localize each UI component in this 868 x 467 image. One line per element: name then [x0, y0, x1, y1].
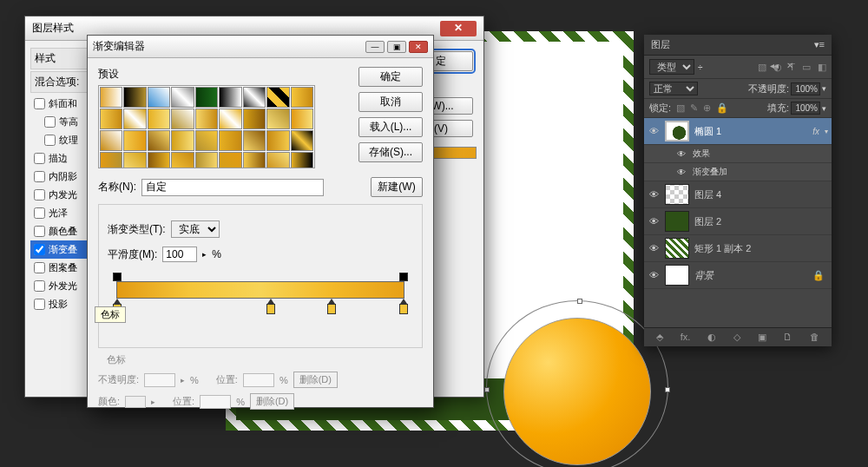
preset-swatch[interactable]	[100, 87, 122, 108]
anchor-left[interactable]	[484, 387, 490, 392]
visibility-toggle-icon[interactable]: 👁	[648, 189, 660, 200]
style-checkbox[interactable]	[34, 244, 45, 255]
maximize-icon[interactable]: ▣	[387, 41, 406, 53]
preset-swatch[interactable]	[171, 130, 194, 151]
preset-swatch[interactable]	[171, 152, 194, 168]
new-layer-icon[interactable]: 🗋	[783, 332, 792, 343]
layer-thumbnail[interactable]	[665, 184, 689, 205]
gradient-bar[interactable]	[108, 274, 413, 312]
preset-swatch[interactable]	[100, 130, 122, 151]
style-checkbox[interactable]	[44, 116, 56, 128]
style-checkbox[interactable]	[34, 98, 45, 109]
opacity-input[interactable]	[791, 82, 820, 95]
preset-swatch[interactable]	[148, 109, 170, 129]
panel-menu-icon[interactable]: ▾≡	[814, 39, 825, 50]
preset-swatch[interactable]	[148, 87, 170, 108]
anchor-right[interactable]	[665, 387, 670, 392]
preset-swatch[interactable]	[243, 109, 266, 129]
preset-swatch[interactable]	[266, 152, 289, 168]
gradient-type-select[interactable]: 实底	[171, 220, 220, 238]
preset-swatch[interactable]	[195, 130, 218, 151]
preset-swatch[interactable]	[123, 152, 146, 168]
close-icon[interactable]: ✕	[440, 21, 477, 36]
lock-icons[interactable]: ▧ ✎ ⊕ 🔒	[676, 102, 728, 114]
blend-mode-select[interactable]: 正常	[649, 82, 698, 95]
preset-swatch[interactable]	[148, 130, 170, 151]
preset-swatch[interactable]	[171, 109, 194, 129]
delete-layer-icon[interactable]: 🗑	[810, 332, 819, 343]
flyout-icon[interactable]: ▸	[202, 250, 207, 259]
preset-swatch[interactable]	[243, 87, 266, 108]
preset-swatch[interactable]	[266, 130, 289, 151]
style-checkbox[interactable]	[34, 153, 45, 164]
preset-swatch[interactable]	[266, 87, 289, 108]
save-button[interactable]: 存储(S)...	[358, 142, 423, 162]
color-stop-2[interactable]	[266, 304, 275, 314]
layer-row[interactable]: 👁 椭圆 1 fx▾	[644, 118, 832, 145]
preset-swatch[interactable]	[243, 130, 266, 151]
group-icon[interactable]: ▣	[758, 332, 766, 343]
preset-swatch[interactable]	[171, 87, 194, 108]
link-layers-icon[interactable]: ⬘	[656, 332, 663, 343]
layer-name[interactable]: 背景	[694, 269, 807, 282]
layer-row[interactable]: 👁 背景 🔒	[644, 262, 832, 289]
cancel-button[interactable]: 取消	[358, 92, 423, 112]
layer-row[interactable]: 👁 矩形 1 副本 2	[644, 235, 832, 262]
preset-swatch[interactable]	[123, 130, 146, 151]
layer-thumbnail[interactable]	[665, 265, 689, 286]
layer-thumbnail[interactable]	[665, 121, 689, 141]
layer-thumbnail[interactable]	[665, 211, 689, 232]
filter-kind-select[interactable]: 类型	[649, 59, 694, 75]
layer-name[interactable]: 矩形 1 副本 2	[694, 242, 828, 255]
layer-effect-item[interactable]: 👁渐变叠加	[644, 163, 832, 181]
preset-swatch[interactable]	[195, 152, 218, 168]
visibility-toggle-icon[interactable]: 👁	[648, 126, 660, 136]
opacity-flyout-icon[interactable]: ▾	[822, 84, 826, 93]
load-button[interactable]: 载入(L)...	[358, 117, 423, 137]
style-checkbox[interactable]	[34, 280, 45, 292]
preset-swatch[interactable]	[219, 109, 241, 129]
layer-effect-item[interactable]: 👁效果	[644, 145, 832, 163]
ok-button[interactable]: 确定	[358, 67, 423, 87]
preset-swatch[interactable]	[148, 152, 170, 168]
preset-swatch[interactable]	[219, 87, 241, 108]
visibility-toggle-icon[interactable]: 👁	[675, 149, 687, 159]
smoothness-input[interactable]	[162, 247, 197, 262]
panel-tab[interactable]: 图层 ▾≡	[644, 35, 832, 56]
fx-badge[interactable]: fx	[812, 127, 819, 136]
preset-swatch[interactable]	[266, 109, 289, 129]
layer-name[interactable]: 图层 2	[694, 215, 828, 228]
style-checkbox[interactable]	[34, 262, 45, 273]
style-checkbox[interactable]	[34, 189, 45, 201]
anchor-top[interactable]	[577, 299, 582, 304]
preset-swatch[interactable]	[195, 109, 218, 129]
style-checkbox[interactable]	[34, 226, 45, 237]
mask-icon[interactable]: ◐	[707, 332, 716, 343]
preset-swatch[interactable]	[291, 109, 313, 129]
style-checkbox[interactable]	[44, 135, 56, 146]
opacity-stop-right[interactable]	[399, 273, 408, 281]
opacity-stop-left[interactable]	[113, 273, 122, 281]
style-checkbox[interactable]	[34, 299, 45, 310]
name-input[interactable]	[141, 179, 324, 196]
preset-swatch[interactable]	[219, 130, 241, 151]
adjustment-icon[interactable]: ◇	[733, 332, 740, 343]
preset-swatch[interactable]	[123, 87, 146, 108]
presets-grid[interactable]	[98, 85, 315, 168]
layer-row[interactable]: 👁 图层 2	[644, 208, 832, 235]
visibility-toggle-icon[interactable]: 👁	[648, 270, 660, 280]
visibility-toggle-icon[interactable]: 👁	[675, 168, 687, 177]
new-button[interactable]: 新建(W)	[371, 177, 423, 197]
fx-icon[interactable]: fx.	[681, 332, 691, 343]
preset-swatch[interactable]	[100, 152, 122, 168]
preset-swatch[interactable]	[123, 109, 146, 129]
color-stop-3[interactable]	[327, 304, 336, 314]
fill-input[interactable]	[791, 102, 820, 115]
style-checkbox[interactable]	[34, 171, 45, 182]
visibility-toggle-icon[interactable]: 👁	[648, 216, 660, 227]
close-icon[interactable]: ✕	[409, 41, 428, 53]
layer-name[interactable]: 椭圆 1	[694, 125, 807, 138]
preset-swatch[interactable]	[100, 109, 122, 129]
preset-swatch[interactable]	[219, 152, 241, 168]
minimize-icon[interactable]: —	[365, 41, 385, 53]
